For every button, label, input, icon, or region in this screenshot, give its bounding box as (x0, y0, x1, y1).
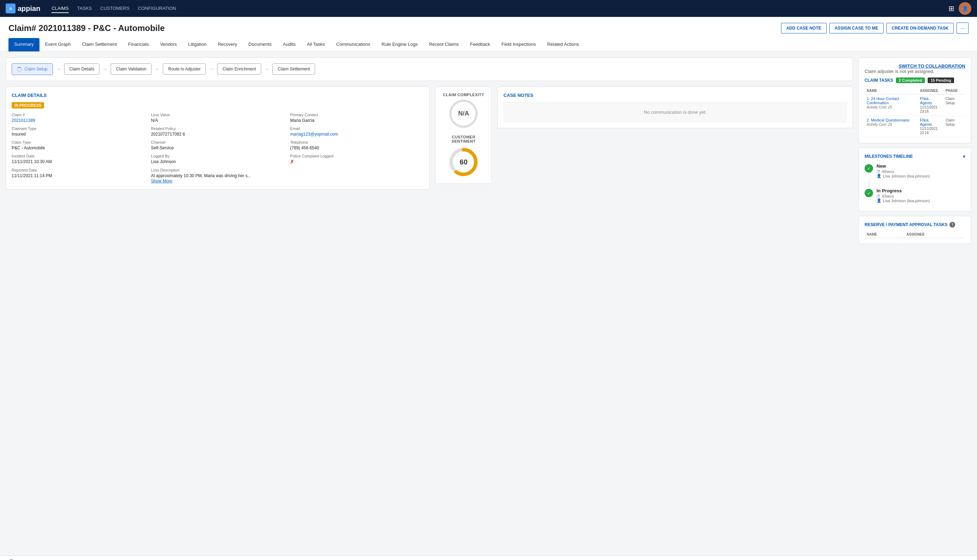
sentiment-donut: 60 (448, 146, 479, 178)
tab-vendors[interactable]: Vendors (154, 38, 182, 52)
loss-description-value: At approximately 10:30 PM, Maria was dri… (151, 173, 251, 178)
claimant-type-value: Insured (12, 132, 26, 137)
step-box-claim-details: Claim Details (64, 63, 100, 75)
workflow-step-route-adjuster[interactable]: Route to Adjuster (163, 63, 206, 75)
milestone-connector (868, 181, 869, 188)
tab-event-graph[interactable]: Event Graph (40, 38, 77, 52)
reserve-col-assignee: ASSIGNEE (904, 231, 965, 238)
task-1-name: 1. 24 Hour Contact Confirmation Activity… (865, 94, 918, 116)
nav-tasks[interactable]: TASKS (77, 4, 92, 13)
loss-value-value: N/A (151, 118, 158, 123)
main-content: Claim Setup → Claim Details → Claim Vali… (0, 52, 977, 555)
arrow-4: → (206, 66, 217, 72)
workflow-step-claim-enrichment[interactable]: Claim Enrichment (217, 63, 261, 75)
switch-collab-container: SWITCH TO COLLABORATION (865, 63, 965, 69)
workflow-step-claim-settlement[interactable]: Claim Settlement (272, 63, 315, 75)
tab-related-actions[interactable]: Related Actions (541, 38, 585, 52)
nav-claims[interactable]: CLAIMS (52, 4, 68, 13)
more-actions-button[interactable]: ··· (957, 23, 969, 34)
milestone-inprogress-user: 👤 Lisa Johnson (lisa.johnson) (877, 198, 965, 203)
field-reported-date: Reported Date 11/11/2021 11:14 PM (12, 168, 145, 183)
tab-financials[interactable]: Financials (123, 38, 155, 52)
loss-description-label: Loss Description (151, 168, 424, 172)
claim-tasks-header: CLAIM TASKS 2 Completed 15 Pending (865, 77, 965, 83)
tab-summary[interactable]: Summary (8, 38, 40, 52)
grid-icon[interactable]: ⊞ (949, 4, 954, 13)
tab-recovery[interactable]: Recovery (212, 38, 243, 52)
task-1-phase: Claim Setup (944, 94, 965, 116)
milestone-new-duration: ⏱ 49secs (877, 169, 965, 173)
telephone-value: (789) 456-6540 (290, 145, 319, 150)
logo-text: appian (18, 5, 40, 13)
nav-configuration[interactable]: CONFIGURATION (138, 4, 176, 13)
tab-recent-claims[interactable]: Recent Claims (423, 38, 464, 52)
reserve-tasks-section: RESERVE / PAYMENT APPROVAL TASKS ? NAME … (858, 216, 971, 244)
workflow-step-claim-setup[interactable]: Claim Setup (12, 63, 53, 75)
step-box-claim-setup: Claim Setup (12, 63, 53, 75)
arrow-1: → (53, 66, 64, 72)
workflow-step-claim-validation[interactable]: Claim Validation (111, 63, 152, 75)
task-2-phase: Claim Setup (944, 116, 965, 137)
milestone-inprogress: ✓ In Progress ⏱ 43secs 👤 Lisa Johnson (l… (865, 188, 965, 203)
right-panel: SWITCH TO COLLABORATION Claim adjuster i… (858, 57, 971, 550)
show-more-link[interactable]: Show More (151, 178, 172, 183)
tab-communications[interactable]: Communications (331, 38, 376, 52)
avatar[interactable]: 👤 (959, 2, 971, 15)
claim-details-section: CLAIM DETAILS IN PROGRESS Claim # 202101… (6, 87, 430, 190)
tab-field-inspections[interactable]: Field Inspections (496, 38, 542, 52)
tab-documents[interactable]: Documents (243, 38, 277, 52)
email-value[interactable]: mariag123@yopmail.com (290, 132, 338, 137)
collaboration-section: SWITCH TO COLLABORATION Claim adjuster i… (858, 57, 971, 143)
tab-rule-engine-logs[interactable]: Rule Engine Logs (376, 38, 424, 52)
case-notes-title: CASE NOTES (503, 93, 847, 98)
tab-litigation[interactable]: Litigation (182, 38, 212, 52)
related-policy-value: 2021072717092 6 (151, 132, 185, 137)
milestones-title: MILESTONES TIMELINE (865, 154, 913, 159)
task-1-cost: Activity Cost: 25 (867, 105, 892, 109)
sentiment-value: 60 (459, 158, 468, 166)
milestones-chevron-icon[interactable]: ▾ (963, 153, 965, 159)
arrow-5: → (261, 66, 272, 72)
milestone-new: ✓ New ⏱ 49secs 👤 Lisa Johnson (lisa.john… (865, 163, 965, 178)
task-2-cost: Activity Cost: 25 (867, 123, 892, 127)
tab-claim-settlement[interactable]: Claim Settlement (77, 38, 123, 52)
reported-date-value: 11/11/2021 11:14 PM (12, 173, 52, 178)
tab-all-tasks[interactable]: All Tasks (301, 38, 331, 52)
milestones-header: MILESTONES TIMELINE ▾ (865, 153, 965, 159)
table-row: 2. Medical Questionnaire Activity Cost: … (865, 116, 965, 137)
claim-type-label: Claim Type (12, 140, 145, 144)
milestone-new-user: 👤 Lisa Johnson (lisa.johnson) (877, 173, 965, 178)
loss-value-label: Loss Value (151, 113, 284, 117)
tab-feedback[interactable]: Feedback (464, 38, 496, 52)
milestone-inprogress-duration: ⏱ 43secs (877, 194, 965, 198)
content-row: CLAIM DETAILS IN PROGRESS Claim # 202101… (6, 87, 853, 190)
claim-details-title: CLAIM DETAILS (12, 93, 424, 98)
field-loss-value: Loss Value N/A (151, 113, 284, 123)
milestone-new-content: New ⏱ 49secs 👤 Lisa Johnson (lisa.johnso… (877, 163, 965, 178)
complexity-sentiment-section: CLAIM COMPLEXITY N/A CUSTOMER SENTIMENT … (435, 87, 492, 184)
claim-number-value[interactable]: 2021011389 (12, 118, 35, 123)
nav-customers[interactable]: CUSTOMERS (100, 4, 130, 13)
reserve-table: NAME ASSIGNEE (865, 231, 965, 238)
task-1-assignee: FNoL Agents 11/11/2021 23:16 (918, 94, 944, 116)
create-task-button[interactable]: CREATE ON-DEMAND TASK (887, 23, 954, 33)
add-case-note-button[interactable]: ADD CASE NOTE (781, 23, 827, 33)
logged-by-value: Lisa Johnson (151, 159, 176, 164)
milestone-new-name: New (877, 163, 965, 169)
logged-by-label: Logged By (151, 154, 284, 158)
claim-number-label: Claim # (12, 113, 145, 117)
top-navigation: a appian CLAIMS TASKS CUSTOMERS CONFIGUR… (0, 0, 977, 17)
help-icon[interactable]: ? (950, 222, 955, 228)
badge-pending: 15 Pending (928, 77, 954, 83)
workflow-step-claim-details[interactable]: Claim Details (64, 63, 100, 75)
unassigned-text: Claim adjuster is not yet assigned. (865, 69, 965, 74)
assign-case-button[interactable]: ASSIGN CASE TO ME (829, 23, 883, 33)
tab-audits[interactable]: Audits (277, 38, 301, 52)
step-box-claim-settlement: Claim Settlement (272, 63, 315, 75)
case-notes-empty: No communication is done yet. (503, 102, 847, 122)
page-title: Claim# 2021011389 - P&C - Automobile (8, 23, 165, 33)
step-box-route-adjuster: Route to Adjuster (163, 63, 206, 75)
related-policy-label: Related Policy (151, 127, 284, 131)
switch-to-collaboration-link[interactable]: SWITCH TO COLLABORATION (899, 63, 965, 69)
tasks-col-name: NAME (865, 87, 918, 94)
